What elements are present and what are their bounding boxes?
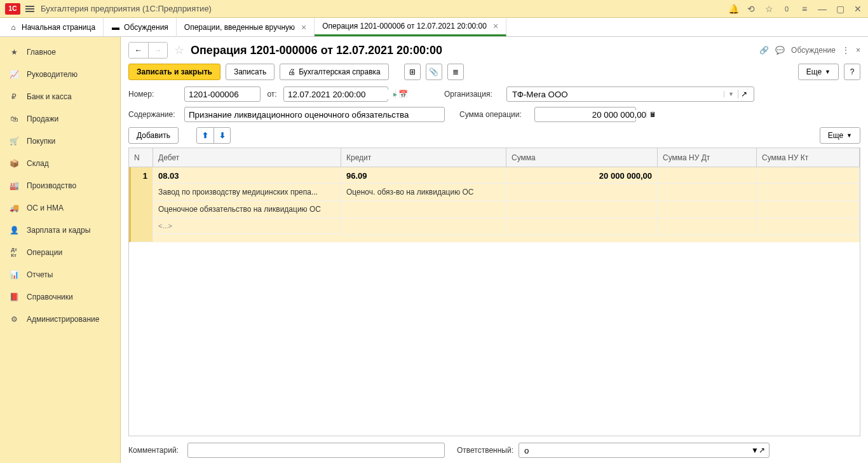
col-sum[interactable]: Сумма xyxy=(506,148,658,167)
add-button[interactable]: Добавить xyxy=(128,127,179,144)
close-content-icon[interactable]: × xyxy=(856,46,860,55)
discuss-icon[interactable]: 💬 xyxy=(775,46,785,55)
sidebar-item-stock[interactable]: 📦Склад xyxy=(0,152,120,174)
col-n[interactable]: N xyxy=(129,148,153,167)
col-nud[interactable]: Сумма НУ Дт xyxy=(658,148,757,167)
report-button[interactable]: Бухгалтерская справка xyxy=(280,64,389,80)
table-row[interactable]: 1 08.03 Завод по производству медицински… xyxy=(129,167,860,242)
home-icon: ⌂ xyxy=(9,23,18,32)
conduct-icon[interactable]: ▸ xyxy=(393,90,402,99)
sidebar-item-label: ОС и НМА xyxy=(27,204,64,212)
sum-field[interactable]: 🖩 xyxy=(534,107,636,122)
close-icon[interactable]: ✕ xyxy=(853,4,863,14)
calc-icon[interactable]: 🖩 xyxy=(646,111,659,118)
move-down-button[interactable]: ⬇ xyxy=(214,128,230,143)
sidebar-item-main[interactable]: ★Главное xyxy=(0,41,120,63)
sum-input[interactable] xyxy=(539,110,646,120)
resp-input[interactable] xyxy=(523,446,751,455)
cell-nuk[interactable] xyxy=(757,167,860,184)
sidebar-item-salary[interactable]: 👤Зарплата и кадры xyxy=(0,219,120,241)
save-close-button[interactable]: Записать и закрыть xyxy=(128,64,220,80)
minimize-icon[interactable]: — xyxy=(817,4,827,14)
col-debit[interactable]: Дебет xyxy=(153,148,341,167)
number-label: Номер: xyxy=(128,90,179,99)
org-field[interactable]: ▼ ↗ xyxy=(506,86,754,102)
more-icon[interactable]: ⋮ xyxy=(842,46,850,55)
nav-buttons: ← → xyxy=(128,42,168,59)
open-icon[interactable]: ↗ xyxy=(759,446,765,455)
link-icon[interactable]: 🔗 xyxy=(759,46,769,55)
cell-nud[interactable] xyxy=(658,167,757,184)
sidebar-item-bank[interactable]: ₽Банк и касса xyxy=(0,85,120,107)
content: ← → ☆ Операция 1201-000006 от 12.07.2021… xyxy=(121,37,868,463)
factory-icon: 🏭 xyxy=(9,181,19,191)
tab-close-icon[interactable]: × xyxy=(493,21,498,31)
favorite-icon[interactable]: ☆ xyxy=(174,43,184,57)
attach-button[interactable]: 📎 xyxy=(426,64,442,80)
maximize-icon[interactable]: ▢ xyxy=(835,4,845,14)
more-button[interactable]: Еще ▼ xyxy=(798,64,839,80)
back-button[interactable]: ← xyxy=(129,43,148,58)
cell-debit-sub2[interactable]: Оценочное обязательство на ликвидацию ОС xyxy=(153,201,341,218)
forward-button[interactable]: → xyxy=(148,43,167,58)
filter-icon[interactable]: ≡ xyxy=(799,4,810,14)
gear-icon: ⚙ xyxy=(9,314,19,324)
tab-close-icon[interactable]: × xyxy=(301,22,306,32)
sidebar-item-purchases[interactable]: 🛒Покупки xyxy=(0,130,120,152)
discuss-label[interactable]: Обсуждение xyxy=(791,46,836,55)
col-credit[interactable]: Кредит xyxy=(341,148,506,167)
sod-label: Содержание: xyxy=(128,110,179,119)
app-title: Бухгалтерия предприятия (1С:Предприятие) xyxy=(41,4,728,13)
sidebar-item-manager[interactable]: 📈Руководителю xyxy=(0,63,120,85)
resp-field[interactable]: ▼ ↗ xyxy=(519,443,770,458)
menu-icon[interactable] xyxy=(25,6,34,12)
dkkt-icon: ДтКт xyxy=(9,247,19,258)
sidebar-item-label: Покупки xyxy=(27,137,55,146)
org-input[interactable] xyxy=(511,90,724,99)
bars-icon: 📊 xyxy=(9,270,19,280)
comment-field[interactable] xyxy=(187,443,445,458)
help-button[interactable]: ? xyxy=(844,64,860,80)
sidebar-item-label: Главное xyxy=(27,48,56,57)
sidebar-item-sales[interactable]: 🛍Продажи xyxy=(0,107,120,130)
dropdown-icon[interactable]: ▼ xyxy=(751,446,759,455)
sod-field[interactable] xyxy=(184,107,445,122)
tab-operation-doc[interactable]: Операция 1201-000006 от 12.07.2021 20:00… xyxy=(315,18,506,36)
history-icon[interactable]: ⟲ xyxy=(746,4,756,14)
move-up-button[interactable]: ⬆ xyxy=(197,128,214,143)
cell-credit-acc[interactable]: 96.09 xyxy=(341,167,506,184)
sidebar-item-label: Администрирование xyxy=(27,315,99,324)
number-field[interactable] xyxy=(184,86,261,102)
cell-debit-sub3[interactable]: <...> xyxy=(153,218,341,234)
cell-sum[interactable]: 20 000 000,00 xyxy=(506,167,658,184)
sidebar-item-admin[interactable]: ⚙Администрирование xyxy=(0,308,120,330)
save-button[interactable]: Записать xyxy=(226,64,275,80)
open-icon[interactable]: ↗ xyxy=(738,90,750,99)
chevron-down-icon: ▼ xyxy=(825,69,831,75)
date-input[interactable] xyxy=(288,90,395,99)
cell-debit-sub1[interactable]: Завод по производству медицинских препа.… xyxy=(153,184,341,201)
list-button[interactable]: ≣ xyxy=(447,64,464,80)
date-field[interactable]: 📅 xyxy=(283,86,388,102)
tab-home[interactable]: ⌂ Начальная страница xyxy=(0,18,104,36)
cell-credit-sub1[interactable]: Оценоч. обяз-во на ликвидацию ОС xyxy=(341,184,506,201)
col-nuk[interactable]: Сумма НУ Кт xyxy=(757,148,860,167)
bell-icon[interactable]: 🔔 xyxy=(728,4,738,14)
sidebar: ★Главное 📈Руководителю ₽Банк и касса 🛍Пр… xyxy=(0,37,121,463)
tab-discussions[interactable]: ▬ Обсуждения xyxy=(104,18,177,36)
sidebar-item-label: Операции xyxy=(27,248,62,257)
table-more-button[interactable]: Еще ▼ xyxy=(820,127,860,144)
sidebar-item-catalogs[interactable]: 📕Справочники xyxy=(0,286,120,308)
dropdown-icon[interactable]: ▼ xyxy=(724,91,738,97)
sidebar-item-operations[interactable]: ДтКтОперации xyxy=(0,241,120,263)
zero-icon[interactable]: 0 xyxy=(782,5,792,13)
star-icon[interactable]: ☆ xyxy=(764,4,774,14)
sidebar-item-assets[interactable]: 🚚ОС и НМА xyxy=(0,197,120,219)
sidebar-item-reports[interactable]: 📊Отчеты xyxy=(0,263,120,286)
tree-button[interactable]: ⊞ xyxy=(404,64,421,80)
book-icon: 📕 xyxy=(9,292,19,302)
tab-operations[interactable]: Операции, введенные вручную × xyxy=(177,18,315,36)
sidebar-item-label: Склад xyxy=(27,159,49,168)
cell-debit-acc[interactable]: 08.03 xyxy=(153,167,341,184)
sidebar-item-production[interactable]: 🏭Производство xyxy=(0,174,120,197)
